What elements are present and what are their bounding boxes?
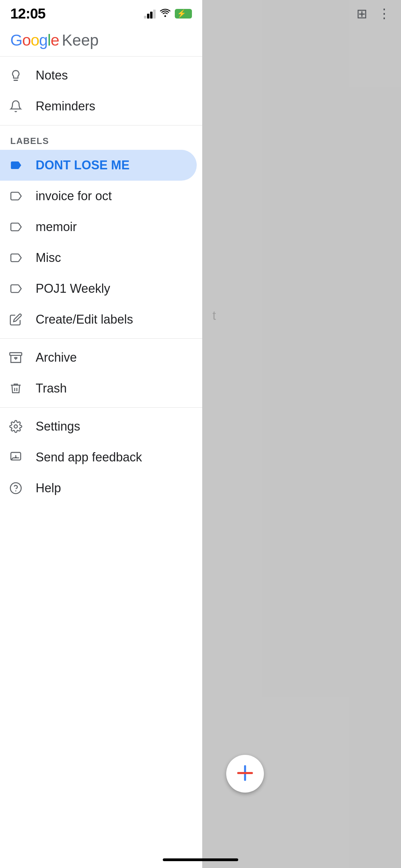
sidebar-item-reminders[interactable]: Reminders bbox=[0, 91, 197, 122]
trash-icon bbox=[8, 381, 23, 396]
help-icon bbox=[8, 481, 23, 496]
content-letter: t bbox=[212, 309, 216, 323]
sidebar-item-trash[interactable]: Trash bbox=[0, 373, 197, 404]
sidebar-item-invoice-for-oct[interactable]: invoice for oct bbox=[0, 181, 197, 212]
header-divider bbox=[0, 56, 202, 57]
settings-label: Settings bbox=[36, 419, 80, 434]
svg-point-9 bbox=[15, 457, 16, 458]
svg-point-2 bbox=[165, 15, 166, 17]
notes-label: Notes bbox=[36, 68, 68, 83]
reminders-label: Reminders bbox=[36, 99, 95, 113]
section-divider-archive bbox=[0, 338, 202, 339]
google-logo: Google bbox=[10, 31, 59, 49]
sidebar-item-help[interactable]: Help bbox=[0, 473, 197, 504]
label-outline-icon-memoir bbox=[8, 219, 23, 234]
fab-button[interactable] bbox=[226, 755, 264, 793]
sidebar-item-create-edit-labels[interactable]: Create/Edit labels bbox=[0, 304, 197, 335]
drawer-overlay[interactable] bbox=[202, 0, 401, 868]
sidebar-item-memoir[interactable]: memoir bbox=[0, 212, 197, 242]
status-time: 12:05 bbox=[10, 5, 45, 22]
svg-point-6 bbox=[14, 425, 17, 428]
status-bar: 12:05 ⚡ bbox=[0, 0, 202, 27]
signal-icon bbox=[144, 9, 156, 19]
help-label: Help bbox=[36, 481, 61, 495]
fab-area bbox=[226, 755, 264, 806]
labels-section-header: LABELS bbox=[0, 129, 202, 150]
archive-icon bbox=[8, 350, 23, 365]
sidebar-item-notes[interactable]: Notes bbox=[0, 60, 197, 91]
feedback-label: Send app feedback bbox=[36, 450, 142, 465]
pencil-icon bbox=[8, 312, 23, 327]
settings-icon bbox=[8, 419, 23, 434]
invoice-for-oct-label: invoice for oct bbox=[36, 189, 112, 203]
label-filled-icon bbox=[8, 158, 23, 173]
app-name: Keep bbox=[62, 31, 98, 49]
nav-list: Notes Reminders LABELS DONT LOSE ME bbox=[0, 60, 202, 868]
misc-label: Misc bbox=[36, 251, 61, 265]
battery-icon: ⚡ bbox=[175, 9, 192, 19]
lightbulb-icon bbox=[8, 68, 23, 83]
home-indicator bbox=[163, 858, 238, 861]
section-divider-labels: LABELS bbox=[0, 125, 202, 150]
sidebar-item-dont-lose-me[interactable]: DONT LOSE ME bbox=[0, 150, 197, 181]
create-edit-labels-label: Create/Edit labels bbox=[36, 312, 133, 327]
sidebar-item-archive[interactable]: Archive bbox=[0, 342, 197, 373]
svg-point-10 bbox=[10, 483, 21, 494]
label-outline-icon-poj1 bbox=[8, 281, 23, 296]
bell-icon bbox=[8, 99, 23, 114]
label-outline-icon-invoice bbox=[8, 189, 23, 204]
trash-label: Trash bbox=[36, 381, 67, 396]
feedback-icon bbox=[8, 450, 23, 465]
label-outline-icon-misc bbox=[8, 250, 23, 265]
svg-rect-4 bbox=[10, 353, 22, 355]
battery-bolt: ⚡ bbox=[177, 9, 186, 18]
archive-label: Archive bbox=[36, 350, 77, 365]
sidebar-item-settings[interactable]: Settings bbox=[0, 411, 197, 442]
sidebar-item-misc[interactable]: Misc bbox=[0, 242, 197, 273]
sidebar-item-poj1-weekly[interactable]: POJ1 Weekly bbox=[0, 273, 197, 304]
poj1-weekly-label: POJ1 Weekly bbox=[36, 281, 110, 296]
drawer: 12:05 ⚡ bbox=[0, 0, 202, 868]
fab-plus-icon bbox=[235, 763, 255, 784]
sidebar-item-feedback[interactable]: Send app feedback bbox=[0, 442, 197, 473]
wifi-icon bbox=[160, 8, 171, 20]
section-divider-settings bbox=[0, 407, 202, 408]
dont-lose-me-label: DONT LOSE ME bbox=[36, 158, 130, 172]
memoir-label: memoir bbox=[36, 220, 77, 234]
status-icons: ⚡ bbox=[144, 8, 192, 20]
